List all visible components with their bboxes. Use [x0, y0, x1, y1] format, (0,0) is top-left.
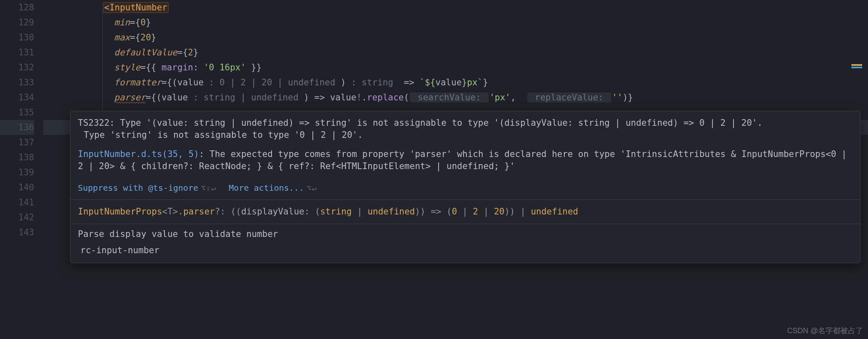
keyboard-shortcut: ⌥↵: [307, 183, 317, 192]
source-link[interactable]: InputNumber.d.ts(35, 5): [78, 149, 199, 159]
line-number: 134: [0, 90, 34, 105]
watermark: CSDN @名字都被占了: [787, 326, 863, 336]
line-number: 129: [0, 15, 34, 30]
line-number: 140: [0, 180, 34, 195]
line-number: 143: [0, 225, 34, 240]
error-tooltip: TS2322: Type '(value: string | undefined…: [70, 111, 861, 263]
line-number: 136: [0, 120, 34, 135]
param-hint: searchValue:: [410, 92, 489, 102]
line-number: 131: [0, 45, 34, 60]
error-source: InputNumber.d.ts(35, 5): The expected ty…: [78, 148, 853, 173]
code-line[interactable]: defaultValue={2}: [43, 45, 868, 60]
line-number: 133: [0, 75, 34, 90]
line-number: 141: [0, 195, 34, 210]
code-line[interactable]: parser={(value : string | undefined ) =>…: [43, 90, 868, 105]
line-number: 142: [0, 210, 34, 225]
keyboard-shortcut: ⌥⇧↵: [201, 183, 216, 192]
line-number: 138: [0, 150, 34, 165]
ruler-info-marker[interactable]: [851, 67, 862, 68]
overview-ruler[interactable]: [851, 64, 862, 68]
error-message: TS2322: Type '(value: string | undefined…: [78, 117, 853, 144]
line-number: 128: [0, 0, 34, 15]
suppress-action[interactable]: Suppress with @ts-ignore⌥⇧↵: [78, 182, 216, 194]
more-actions[interactable]: More actions...⌥↵: [229, 182, 317, 194]
code-line[interactable]: <InputNumber: [43, 0, 868, 15]
code-line[interactable]: max={20}: [43, 30, 868, 45]
line-number: 139: [0, 165, 34, 180]
signature-info: InputNumberProps<T>.parser?: ((displayVa…: [70, 200, 860, 224]
code-line[interactable]: formatter={(value : 0 | 2 | 20 | undefin…: [43, 75, 868, 90]
line-number: 135: [0, 105, 34, 120]
doc-text: Parse display value to validate number: [70, 224, 860, 243]
ruler-warning-marker[interactable]: [851, 64, 862, 66]
code-line[interactable]: style={{ margin: '0 16px' }}: [43, 60, 868, 75]
code-line[interactable]: min={0}: [43, 15, 868, 30]
doc-package: rc-input-number: [70, 243, 860, 262]
line-number: 137: [0, 135, 34, 150]
param-hint: replaceValue:: [527, 92, 611, 102]
line-number: 132: [0, 60, 34, 75]
line-number: 130: [0, 30, 34, 45]
warn-highlight: <InputNumber: [103, 2, 168, 12]
line-number-gutter: 1281291301311321331341351361371381391401…: [0, 0, 43, 339]
